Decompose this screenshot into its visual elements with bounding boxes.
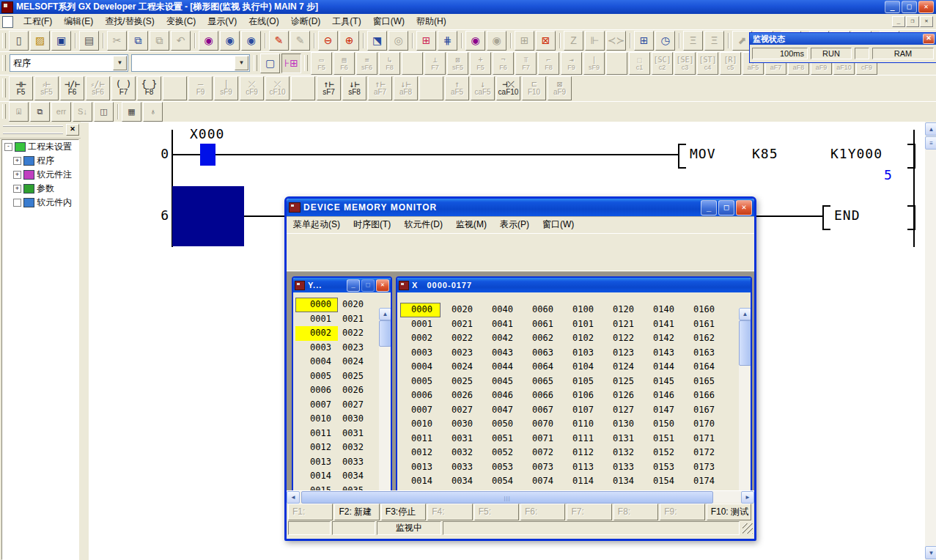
dmm-function-key[interactable]: F3:停止 xyxy=(381,504,426,520)
x-cell[interactable]: 0004 xyxy=(400,360,441,375)
x-cell[interactable]: 0031 xyxy=(441,432,481,446)
x-cell[interactable]: 0133 xyxy=(602,460,642,475)
menu-item[interactable]: 窗口(W) xyxy=(367,14,410,29)
rung0-contact-energized[interactable] xyxy=(200,144,215,166)
expand-icon[interactable]: + xyxy=(13,185,21,193)
function-key-button[interactable]: ▭ F5 xyxy=(311,52,332,75)
x-cell[interactable]: 0032 xyxy=(441,446,481,460)
scroll-thumb[interactable] xyxy=(739,320,751,366)
y-cell[interactable]: 0027 xyxy=(338,398,370,413)
scroll-option-icon[interactable]: ≡ xyxy=(925,136,936,150)
x-cell[interactable]: 0153 xyxy=(642,460,682,475)
y-cell[interactable]: 0030 xyxy=(338,412,370,427)
x-cell[interactable]: 0021 xyxy=(441,317,481,332)
function-key-button[interactable] xyxy=(402,52,423,75)
x-cell[interactable]: 0103 xyxy=(561,346,602,361)
y-cell[interactable]: 0006 xyxy=(295,383,338,398)
toolbar-button[interactable]: ◉ xyxy=(199,31,218,51)
y-cell[interactable]: 0035 xyxy=(338,484,370,491)
x-cell[interactable]: 0002 xyxy=(400,331,441,346)
toolbar-button[interactable]: ⊞ xyxy=(515,31,534,51)
x-cell[interactable]: 0151 xyxy=(642,432,682,446)
menu-item[interactable]: 工程(F) xyxy=(18,14,58,29)
y-cell[interactable]: 0002 xyxy=(295,326,338,341)
menu-item[interactable]: 变换(C) xyxy=(161,14,202,29)
x-cell[interactable]: 0121 xyxy=(602,317,642,332)
x-cell[interactable]: 0006 xyxy=(400,388,441,403)
x-cell[interactable]: 0114 xyxy=(561,474,602,489)
toolbar-button[interactable]: ✎ xyxy=(290,31,310,51)
function-key-button[interactable]: ↳ F8 xyxy=(379,52,400,75)
function-key-button[interactable]: [SC] c2 xyxy=(652,52,673,75)
toolbar-button[interactable] xyxy=(508,32,513,50)
expand-icon[interactable]: + xyxy=(13,171,21,179)
x-cell[interactable]: 0042 xyxy=(481,331,521,346)
y-cell[interactable]: 0005 xyxy=(295,369,338,384)
function-key-button[interactable]: ¬ F6 xyxy=(493,52,514,75)
toolbar-grip[interactable] xyxy=(254,55,257,71)
toolbar-button[interactable] xyxy=(100,32,106,50)
x-cell[interactable]: 0163 xyxy=(682,346,723,361)
y-cell[interactable]: 0024 xyxy=(338,355,370,369)
ladder-symbol-button[interactable]: ⸗/⊢ sF6 xyxy=(86,76,110,100)
x-cell[interactable]: 0054 xyxy=(481,474,521,489)
menu-item[interactable]: 诊断(D) xyxy=(285,14,327,29)
toolbar-button[interactable]: ◎ xyxy=(388,31,408,51)
toolbar-button[interactable]: ◉ xyxy=(465,31,485,51)
x-cell[interactable]: 0165 xyxy=(682,375,723,389)
function-key-button[interactable]: ⫪ F7 xyxy=(515,52,537,75)
toolbar-button[interactable]: ⊠ xyxy=(536,31,556,51)
toolbar-button[interactable]: ⧉ xyxy=(150,31,169,51)
x-cell[interactable]: 0043 xyxy=(481,346,521,361)
y-cell[interactable]: 0001 xyxy=(295,312,338,327)
toolbar-button[interactable]: ◉ xyxy=(220,31,240,51)
ladder-symbol-button[interactable]: ⊣⊢ F5 xyxy=(9,76,33,100)
x-cell[interactable]: 0062 xyxy=(521,331,561,346)
function-key-button[interactable]: ⇥ F9 xyxy=(561,52,582,75)
x-vertical-scrollbar[interactable]: ▲ ▼ xyxy=(739,308,750,490)
ladder-symbol-button[interactable] xyxy=(291,76,315,100)
ladder-symbol-button[interactable]: ⤫ cF10 xyxy=(265,76,290,100)
x-cell[interactable]: 0132 xyxy=(602,446,642,460)
ladder-symbol-button[interactable] xyxy=(419,76,443,100)
toolbar-button[interactable]: ◷ xyxy=(655,31,675,51)
x-cell[interactable]: 0100 xyxy=(561,303,602,317)
scroll-track[interactable] xyxy=(739,366,750,490)
y-cell[interactable]: 0013 xyxy=(295,455,338,470)
y-close-button[interactable]: ✕ xyxy=(376,279,389,292)
toolbar-button[interactable] xyxy=(73,32,78,50)
y-cell[interactable]: 0014 xyxy=(295,469,338,484)
x-cell[interactable]: 0044 xyxy=(481,360,521,375)
x-cell[interactable]: 0161 xyxy=(682,317,723,332)
expand-icon[interactable] xyxy=(13,199,21,207)
ladder-symbol-button[interactable]: | sF9 xyxy=(214,76,238,100)
x-cell[interactable]: 0065 xyxy=(521,375,561,389)
ladder-symbol-button[interactable]: ↑⊢ sF7 xyxy=(317,76,341,100)
x-cell[interactable]: 0147 xyxy=(642,403,682,418)
x-cell[interactable]: 0112 xyxy=(561,446,602,460)
tree-panel-grip[interactable] xyxy=(3,125,63,134)
dmm-menu-item[interactable]: 监视(M) xyxy=(449,217,493,232)
x-cell[interactable]: 0074 xyxy=(521,474,561,489)
toolbar-button[interactable]: ▯ xyxy=(9,31,29,51)
x-cell[interactable]: 0131 xyxy=(602,432,642,446)
x-cell[interactable]: 0124 xyxy=(602,360,642,375)
x-cell[interactable]: 0127 xyxy=(602,403,642,418)
tree-node[interactable]: + 程序 xyxy=(11,154,78,168)
menu-item[interactable]: 显示(V) xyxy=(202,14,243,29)
dmm-function-key[interactable]: F4: xyxy=(427,504,472,520)
program-combo[interactable]: 程序 ▼ xyxy=(10,54,128,72)
collapse-icon[interactable]: - xyxy=(4,143,12,151)
ladder-symbol-button[interactable]: ↓⊢ sF8 xyxy=(342,76,366,100)
function-key-button[interactable]: ⊥ F7 xyxy=(424,52,446,75)
x-cell[interactable]: 0073 xyxy=(521,460,561,475)
x-cell[interactable]: 0125 xyxy=(602,375,642,389)
ladder-symbol-button[interactable]: { } F8 xyxy=(137,76,161,100)
toolbar-grip[interactable] xyxy=(2,55,6,71)
toolbar-button[interactable] xyxy=(115,103,120,121)
function-key-button[interactable]: [SE] c3 xyxy=(674,52,696,75)
x-cell[interactable]: 0013 xyxy=(400,460,441,475)
ladder-symbol-button[interactable]: ⊠ aF9 xyxy=(548,76,572,100)
y-maximize-button[interactable]: □ xyxy=(361,279,375,292)
tree-panel-close-button[interactable]: ✕ xyxy=(66,124,79,136)
